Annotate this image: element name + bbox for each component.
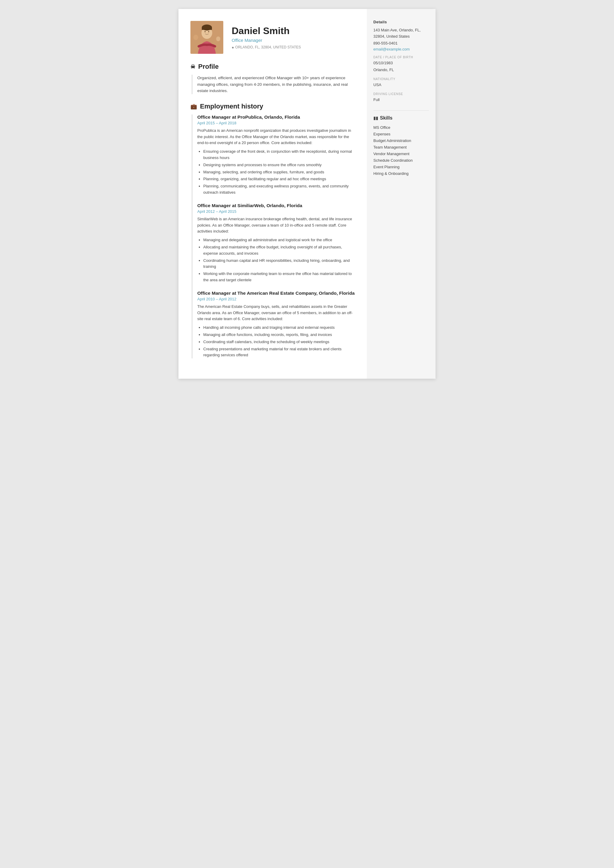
candidate-title: Office Manager xyxy=(232,38,355,43)
bullet-0-4: Planning, communicating, and executing w… xyxy=(203,183,355,196)
bullet-0-3: Planning, organizing, and facilitating r… xyxy=(203,176,355,182)
dob: 05/10/1983 xyxy=(374,60,429,67)
svg-point-6 xyxy=(205,31,206,32)
address: 143 Main Ave, Orlando, FL, 32804, United… xyxy=(374,27,429,40)
avatar xyxy=(191,21,223,54)
skill-item-3: Team Management xyxy=(374,144,429,150)
skill-item-7: Hiring & Onboarding xyxy=(374,170,429,177)
header-info: Daniel Smith Office Manager ● ORLANDO, F… xyxy=(232,25,355,50)
header: Daniel Smith Office Manager ● ORLANDO, F… xyxy=(191,21,355,54)
bullet-2-1: Managing all office functions, including… xyxy=(203,332,355,338)
employment-section: 💼 Employment history Office Manager at P… xyxy=(191,102,355,358)
employment-content: Office Manager at ProPublica, Orlando, F… xyxy=(192,115,355,358)
svg-point-8 xyxy=(194,35,198,40)
job-title-0: Office Manager at ProPublica, Orlando, F… xyxy=(197,115,355,120)
job-desc-0: ProPublica is an American nonprofit orga… xyxy=(197,128,355,146)
skill-item-1: Expenses xyxy=(374,131,429,138)
job-desc-1: SimiliarWeb is an American insurance bro… xyxy=(197,216,355,235)
skill-item-6: Event Planning xyxy=(374,164,429,170)
employment-section-title: 💼 Employment history xyxy=(191,102,355,112)
location-icon: ● xyxy=(232,45,234,50)
candidate-name: Daniel Smith xyxy=(232,25,355,36)
job-item-2: Office Manager at The American Real Esta… xyxy=(197,290,355,358)
skill-item-2: Budget Administration xyxy=(374,138,429,144)
job-desc-2: The American Real Estate Company buys, s… xyxy=(197,304,355,322)
job-title-1: Office Manager at SimiliarWeb, Orlando, … xyxy=(197,203,355,208)
skills-section-title: ▮▮ Skills xyxy=(374,115,429,121)
svg-point-9 xyxy=(216,36,220,41)
profile-content: Organized, efficient, and experienced Of… xyxy=(192,75,355,94)
bullet-0-1: Designing systems and processes to ensur… xyxy=(203,162,355,168)
details-section: Details 143 Main Ave, Orlando, FL, 32804… xyxy=(374,20,429,103)
license-label: DRIVING LICENSE xyxy=(374,92,429,96)
svg-point-7 xyxy=(208,31,209,32)
job-bullets-1: Managing and delegating all administrati… xyxy=(197,237,355,284)
nationality: USA xyxy=(374,82,429,88)
bullet-2-2: Coordinating staff calendars, including … xyxy=(203,339,355,345)
license: Full xyxy=(374,97,429,103)
profile-section-title: ☠ Profile xyxy=(191,63,355,72)
bullet-1-2: Coordinating human capital and HR respon… xyxy=(203,258,355,270)
job-item-1: Office Manager at SimiliarWeb, Orlando, … xyxy=(197,203,355,284)
job-title-2: Office Manager at The American Real Esta… xyxy=(197,290,355,296)
skill-item-4: Vendor Management xyxy=(374,150,429,157)
details-title: Details xyxy=(374,20,429,24)
bullet-1-3: Working with the corporate marketing tea… xyxy=(203,271,355,284)
jobs-container: Office Manager at ProPublica, Orlando, F… xyxy=(197,115,355,358)
skills-section: ▮▮ Skills MS OfficeExpensesBudget Admini… xyxy=(374,115,429,177)
job-dates-1: April 2012 – April 2015 xyxy=(197,209,355,214)
sidebar: Details 143 Main Ave, Orlando, FL, 32804… xyxy=(367,9,436,379)
candidate-location: ● ORLANDO, FL, 32804, UNITED STATES xyxy=(232,45,355,50)
sidebar-divider xyxy=(374,110,429,111)
skills-icon: ▮▮ xyxy=(374,116,378,121)
skill-item-5: Schedule Coordination xyxy=(374,157,429,164)
skill-item-0: MS Office xyxy=(374,124,429,131)
bullet-2-0: Handling all incoming phone calls and tr… xyxy=(203,325,355,331)
email[interactable]: email@example.com xyxy=(374,47,429,51)
dob-label: DATE / PLACE OF BIRTH xyxy=(374,56,429,59)
profile-icon: ☠ xyxy=(191,64,195,70)
job-dates-0: April 2015 – April 2018 xyxy=(197,121,355,125)
bullet-1-1: Allocating and maintaining the office bu… xyxy=(203,244,355,257)
profile-section: ☠ Profile Organized, efficient, and expe… xyxy=(191,63,355,94)
job-bullets-0: Ensuring coverage of the front desk, in … xyxy=(197,149,355,196)
phone: 890-555-0401 xyxy=(374,40,429,46)
bullet-0-0: Ensuring coverage of the front desk, in … xyxy=(203,149,355,161)
profile-text: Organized, efficient, and experienced Of… xyxy=(197,75,355,94)
job-bullets-2: Handling all incoming phone calls and tr… xyxy=(197,325,355,358)
dob-place: Orlando, FL xyxy=(374,67,429,73)
resume-container: Daniel Smith Office Manager ● ORLANDO, F… xyxy=(178,9,436,379)
job-item-0: Office Manager at ProPublica, Orlando, F… xyxy=(197,115,355,196)
bullet-1-0: Managing and delegating all administrati… xyxy=(203,237,355,243)
job-dates-2: April 2010 – April 2012 xyxy=(197,297,355,301)
employment-icon: 💼 xyxy=(191,103,197,110)
skills-container: MS OfficeExpensesBudget AdministrationTe… xyxy=(374,124,429,177)
main-content: Daniel Smith Office Manager ● ORLANDO, F… xyxy=(178,9,367,379)
bullet-2-3: Creating presentations and marketing mat… xyxy=(203,346,355,359)
svg-rect-5 xyxy=(202,28,212,30)
bullet-0-2: Managing, selecting, and ordering office… xyxy=(203,169,355,175)
nationality-label: NATIONALITY xyxy=(374,78,429,81)
